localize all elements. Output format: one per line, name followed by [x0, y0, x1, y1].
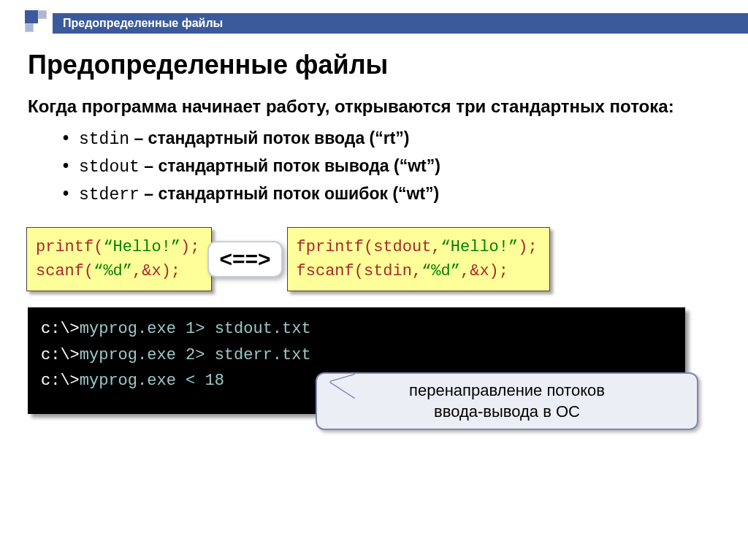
terminal-wrap: c:\>myprog.exe 1> stdout.txt c:\>myprog.… [28, 307, 720, 414]
code-token: ,&x); [132, 262, 180, 280]
code-token: fscanf(stdin, [297, 262, 422, 280]
page-number: 42 [714, 10, 732, 29]
code-token: ,&x); [460, 262, 508, 280]
list-item: stderr – стандартный поток ошибок (“wt”) [79, 181, 720, 209]
code-token: “Hello!” [103, 238, 180, 256]
terminal-command: myprog.exe < 18 [80, 372, 224, 390]
stream-code: stderr [79, 185, 140, 204]
stream-desc: – стандартный поток ошибок (“wt”) [140, 184, 439, 203]
slide-logo [25, 10, 51, 37]
code-block-left: printf(“Hello!”); scanf(“%d”,&x); [26, 227, 212, 291]
callout-line: перенаправление потоков [332, 380, 682, 402]
code-token: fprintf(stdout, [297, 238, 441, 256]
terminal-command: myprog.exe 2> stderr.txt [80, 346, 311, 364]
code-block-right: fprintf(stdout,“Hello!”); fscanf(stdin,“… [287, 227, 550, 291]
code-token: “Hello!” [441, 238, 519, 256]
code-token: printf( [36, 238, 103, 256]
code-token: “%d” [421, 262, 460, 280]
list-item: stdin – стандартный поток ввода (“rt”) [79, 126, 720, 153]
terminal-command: myprog.exe 1> stdout.txt [80, 320, 311, 338]
callout-line: ввода-вывода в ОС [332, 401, 682, 423]
streams-list: stdin – стандартный поток ввода (“rt”) s… [79, 126, 720, 208]
stream-code: stdout [79, 158, 140, 177]
equivalence-arrow: <==> [207, 241, 282, 277]
stream-desc: – стандартный поток вывода (“wt”) [140, 156, 440, 175]
stream-desc: – стандартный поток ввода (“rt”) [129, 129, 410, 147]
stream-code: stdin [79, 130, 129, 149]
header-banner: Предопределенные файлы [53, 13, 748, 34]
code-token: scanf( [36, 262, 94, 280]
terminal-prompt: c:\> [41, 346, 80, 364]
code-token: “%d” [94, 262, 132, 280]
intro-text: Когда программа начинает работу, открыва… [28, 95, 720, 118]
code-token: ); [180, 238, 199, 256]
code-token: ); [518, 238, 537, 256]
code-equivalence-row: printf(“Hello!”); scanf(“%d”,&x); <==> f… [26, 227, 720, 291]
terminal-prompt: c:\> [41, 372, 80, 390]
page-title: Предопределенные файлы [28, 50, 720, 80]
terminal-prompt: c:\> [41, 320, 80, 338]
list-item: stdout – стандартный поток вывода (“wt”) [79, 153, 720, 181]
callout-box: перенаправление потоков ввода-вывода в О… [316, 372, 698, 430]
callout-pointer [330, 375, 355, 398]
